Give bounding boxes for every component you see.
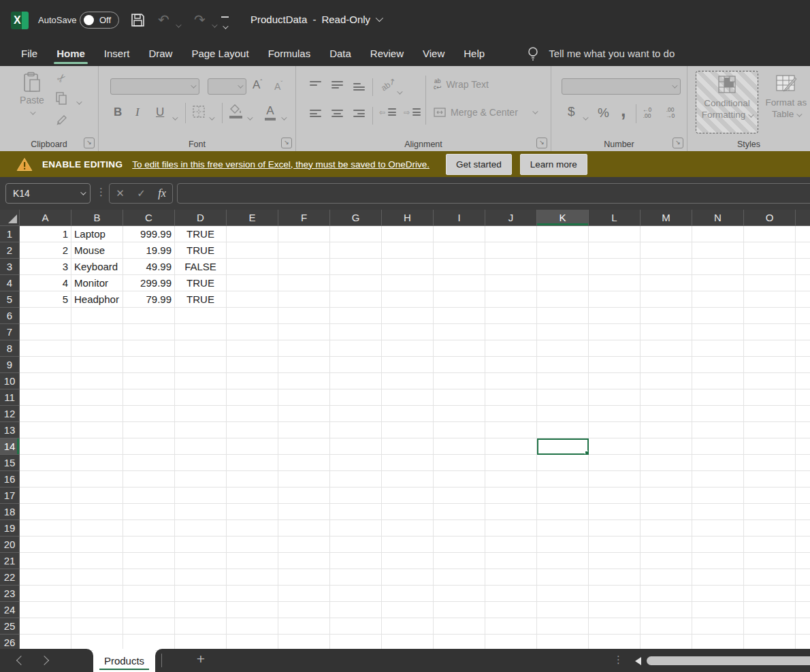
cell-o12[interactable] (744, 406, 796, 422)
cell-n5[interactable] (692, 291, 744, 308)
cell-l6[interactable] (589, 308, 641, 324)
cell-h25[interactable] (382, 618, 434, 635)
cell-n22[interactable] (692, 569, 744, 586)
cell-c17[interactable] (123, 487, 175, 504)
cell-e3[interactable] (227, 259, 278, 275)
cell-k2[interactable] (537, 242, 589, 259)
cell-b9[interactable] (71, 357, 123, 373)
cell-partial-5[interactable] (796, 291, 810, 308)
cell-i11[interactable] (434, 389, 485, 406)
cell-a6[interactable] (20, 308, 71, 324)
cell-j9[interactable] (485, 357, 537, 373)
cell-n3[interactable] (692, 259, 744, 275)
increase-decimal-icon[interactable]: ←0.00 (643, 107, 651, 119)
underline-button[interactable]: U (156, 106, 164, 119)
cell-a14[interactable] (20, 438, 71, 455)
save-icon[interactable] (131, 13, 145, 27)
cell-a3[interactable]: 3 (20, 259, 71, 275)
cell-k22[interactable] (537, 569, 589, 586)
cell-k11[interactable] (537, 389, 589, 406)
menu-item-formulas[interactable]: Formulas (259, 42, 321, 65)
cell-l8[interactable] (589, 340, 641, 357)
borders-icon[interactable] (193, 106, 205, 118)
cell-l11[interactable] (589, 389, 641, 406)
increase-font-icon[interactable]: Aˆ (253, 78, 262, 92)
cell-j19[interactable] (485, 520, 537, 537)
cell-f5[interactable] (278, 291, 330, 308)
cell-o18[interactable] (744, 504, 796, 520)
cell-m15[interactable] (641, 455, 692, 471)
cell-i16[interactable] (434, 471, 485, 487)
select-all-button[interactable] (0, 210, 20, 226)
cell-m4[interactable] (641, 275, 692, 291)
cell-e5[interactable] (227, 291, 278, 308)
format-as-table-dropdown-icon[interactable] (796, 111, 802, 116)
currency-dropdown-icon[interactable] (583, 111, 587, 123)
decrease-indent-icon[interactable]: ⇦ (379, 108, 396, 118)
cell-c25[interactable] (123, 618, 175, 635)
cell-g15[interactable] (330, 455, 382, 471)
cell-b21[interactable] (71, 553, 123, 569)
autosave-toggle[interactable]: Off (80, 12, 119, 29)
cell-j17[interactable] (485, 487, 537, 504)
cell-d19[interactable] (175, 520, 227, 537)
cell-m7[interactable] (641, 324, 692, 340)
cell-d23[interactable] (175, 586, 227, 602)
cell-n11[interactable] (692, 389, 744, 406)
font-color-dropdown-icon[interactable] (281, 111, 285, 123)
cell-m14[interactable] (641, 438, 692, 455)
cell-n7[interactable] (692, 324, 744, 340)
comma-button[interactable]: , (621, 100, 626, 121)
cell-h24[interactable] (382, 602, 434, 618)
cell-c16[interactable] (123, 471, 175, 487)
scroll-left-icon[interactable] (635, 657, 641, 665)
orientation-dropdown-icon[interactable] (397, 85, 401, 97)
cell-e17[interactable] (227, 487, 278, 504)
cell-b8[interactable] (71, 340, 123, 357)
cell-i1[interactable] (434, 226, 485, 242)
cell-k20[interactable] (537, 537, 589, 553)
cell-g24[interactable] (330, 602, 382, 618)
undo-dropdown-icon[interactable] (176, 18, 180, 31)
cell-m8[interactable] (641, 340, 692, 357)
menu-item-file[interactable]: File (12, 42, 47, 65)
cell-f21[interactable] (278, 553, 330, 569)
cell-d6[interactable] (175, 308, 227, 324)
cell-a15[interactable] (20, 455, 71, 471)
learn-more-button[interactable]: Learn more (520, 154, 587, 175)
cell-j23[interactable] (485, 586, 537, 602)
cell-m21[interactable] (641, 553, 692, 569)
cell-f4[interactable] (278, 275, 330, 291)
cell-a12[interactable] (20, 406, 71, 422)
prev-sheet-icon[interactable] (16, 656, 26, 665)
cell-partial-20[interactable] (796, 537, 810, 553)
column-header-j[interactable]: J (485, 210, 537, 226)
cell-b25[interactable] (71, 618, 123, 635)
cell-f16[interactable] (278, 471, 330, 487)
cell-l2[interactable] (589, 242, 641, 259)
cell-i17[interactable] (434, 487, 485, 504)
decrease-decimal-icon[interactable]: .00→0 (666, 107, 675, 119)
cell-i13[interactable] (434, 422, 485, 438)
cell-h16[interactable] (382, 471, 434, 487)
cell-n4[interactable] (692, 275, 744, 291)
cell-d20[interactable] (175, 537, 227, 553)
cell-m12[interactable] (641, 406, 692, 422)
cell-c6[interactable] (123, 308, 175, 324)
cell-j1[interactable] (485, 226, 537, 242)
cell-d3[interactable]: FALSE (175, 259, 227, 275)
cell-o5[interactable] (744, 291, 796, 308)
undo-icon[interactable]: ↶ (158, 12, 169, 28)
align-center-icon[interactable] (331, 110, 343, 119)
cell-g3[interactable] (330, 259, 382, 275)
redo-dropdown-icon[interactable] (212, 18, 216, 31)
cell-j13[interactable] (485, 422, 537, 438)
cell-b19[interactable] (71, 520, 123, 537)
column-header-b[interactable]: B (71, 210, 123, 226)
borders-dropdown-icon[interactable] (209, 111, 213, 123)
cell-a5[interactable]: 5 (20, 291, 71, 308)
align-middle-icon[interactable] (331, 81, 343, 91)
font-color-icon[interactable]: A (265, 104, 276, 121)
row-header-25[interactable]: 25 (0, 618, 20, 635)
cell-e9[interactable] (227, 357, 278, 373)
